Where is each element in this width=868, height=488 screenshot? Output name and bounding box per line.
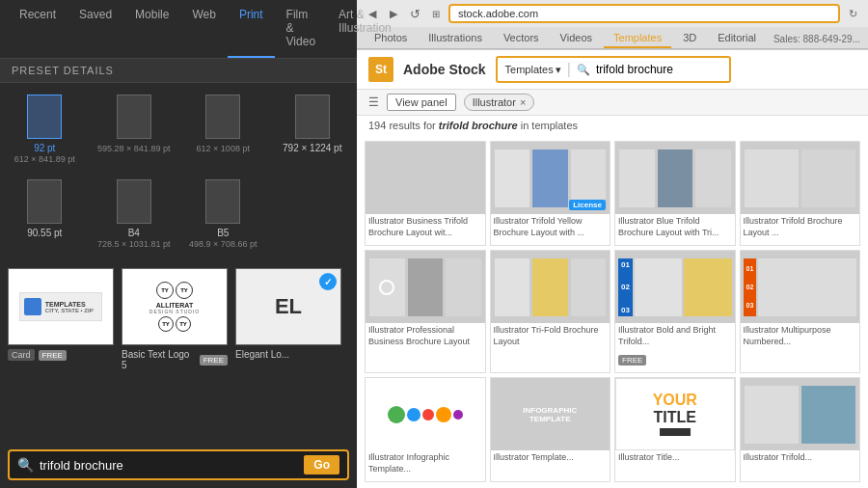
template-thumb-card[interactable]: TEMPLATES CITY, STATE • ZIP Card FREE — [8, 268, 114, 438]
results-text: results for — [389, 120, 438, 131]
nav-reload-button[interactable]: ↺ — [407, 6, 422, 21]
nav-refresh-icon[interactable]: ↻ — [845, 6, 860, 21]
go-button[interactable]: Go — [304, 455, 339, 474]
size-box-4 — [295, 95, 330, 139]
grid-item-8[interactable]: 010203 Illustrator Multipurpose Numbered… — [740, 250, 861, 373]
stock-title: Adobe Stock — [403, 62, 486, 77]
search-dropdown-label: Templates — [505, 64, 554, 75]
grid-item-3-img — [615, 142, 735, 214]
size-box-3 — [205, 95, 240, 139]
left-panel: Recent Saved Mobile Web Print Film & Vid… — [0, 0, 357, 488]
browser-tab-illustrations[interactable]: Illustrations — [419, 29, 492, 48]
tab-filmvideo[interactable]: Film & Video — [275, 0, 327, 58]
grid-item-10[interactable]: INFOGRAPHICTEMPLATE Illustrator Template… — [490, 377, 611, 482]
size-item-b5[interactable]: B5 498.9 × 708.66 pt — [178, 172, 268, 257]
grid-item-4-img — [741, 142, 860, 214]
sales-text: Sales: 888-649-29... — [773, 34, 860, 44]
browser-nav: ◀ ▶ ↺ ⊞ stock.adobe.com ↻ — [357, 0, 868, 27]
size-box-2 — [117, 95, 151, 139]
template-free-basic: FREE — [200, 355, 228, 366]
grid-item-1[interactable]: Illustrator Business Trifold Brochure La… — [365, 141, 486, 246]
view-panel-button[interactable]: View panel — [387, 94, 456, 111]
address-bar-text: stock.adobe.com — [458, 8, 538, 19]
template-thumb-basic-text-logo[interactable]: TY TY ALLITERAT DESIGN STUDIO TY TY Basi… — [122, 268, 228, 438]
grid-item-3[interactable]: Illustrator Blue Trifold Brochure Layout… — [614, 141, 736, 246]
stock-logo: St — [368, 57, 393, 82]
tab-artillustration[interactable]: Art & Illustration — [327, 0, 403, 58]
dropdown-chevron-icon: ▾ — [556, 64, 561, 76]
grid-item-1-caption: Illustrator Business Trifold Brochure La… — [366, 214, 485, 240]
size-grid: 92 pt 612 × 841.89 pt 595.28 × 841.89 pt… — [0, 83, 357, 260]
size-box-b5 — [205, 179, 240, 224]
size-label-5: 90.55 pt — [27, 228, 62, 238]
size-item-4[interactable]: 792 × 1224 pt — [268, 87, 358, 172]
stock-search-bar: Templates ▾ | 🔍 — [496, 56, 731, 83]
grid-item-9[interactable]: Illustrator Infographic Template... — [365, 377, 486, 482]
grid-item-2-caption: Illustrator Trifold Yellow Brochure Layo… — [491, 214, 610, 240]
illustrator-filter-chip[interactable]: Illustrator × — [464, 94, 535, 111]
template-label-row-basic: Basic Text Logo 5 FREE — [122, 349, 228, 370]
grid-item-5-caption: Illustrator Professional Business Brochu… — [366, 323, 485, 349]
grid-item-9-img — [366, 378, 485, 450]
grid-item-10-caption: Illustrator Template... — [491, 450, 610, 466]
template-label-row-card: Card FREE — [8, 349, 114, 361]
tab-web[interactable]: Web — [180, 0, 227, 58]
grid-item-7-img: 01 02 03 — [615, 251, 735, 323]
grid-item-11-img: YOUR TITLE — [615, 378, 735, 450]
tab-saved[interactable]: Saved — [68, 0, 123, 58]
browser-tab-videos[interactable]: Videos — [551, 29, 602, 48]
search-bar: 🔍 Go — [8, 449, 349, 480]
size-item-3[interactable]: 612 × 1008 pt — [178, 87, 268, 172]
illustrator-chip-label: Illustrator — [473, 96, 516, 108]
grid-item-7-caption: Illustrator Bold and Bright Trifold... — [615, 323, 735, 349]
nav-home-button[interactable]: ⊞ — [428, 6, 444, 21]
grid-item-5[interactable]: Illustrator Professional Business Brochu… — [365, 250, 486, 373]
tab-mobile[interactable]: Mobile — [123, 0, 180, 58]
size-item-b4[interactable]: B4 728.5 × 1031.81 pt — [90, 172, 179, 257]
grid-item-2[interactable]: License Illustrator Trifold Yellow Broch… — [490, 141, 611, 246]
browser-tab-3d[interactable]: 3D — [673, 29, 706, 48]
stock-search-input[interactable] — [596, 63, 721, 76]
size-item-1[interactable]: 92 pt 612 × 841.89 pt — [0, 87, 90, 172]
grid-item-7[interactable]: 01 02 03 Illustrator Bold and Bright Tri… — [614, 250, 736, 373]
grid-item-12[interactable]: Illustrator Trifold... — [740, 377, 861, 482]
template-badge-card: Card — [8, 349, 35, 361]
illustrator-chip-close[interactable]: × — [520, 96, 526, 108]
grid-item-11[interactable]: YOUR TITLE Illustrator Title... — [614, 377, 736, 482]
grid-item-9-caption: Illustrator Infographic Template... — [366, 450, 485, 476]
browser-chrome: ◀ ▶ ↺ ⊞ stock.adobe.com ↻ Photos Illustr… — [357, 0, 868, 50]
grid-item-1-img — [366, 142, 485, 214]
grid-item-4[interactable]: Illustrator Trifold Brochure Layout ... — [740, 141, 861, 246]
template-thumb-elegant-img: EL ✓ — [235, 268, 341, 345]
size-item-2[interactable]: 595.28 × 841.89 pt — [90, 87, 179, 172]
image-grid: Illustrator Business Trifold Brochure La… — [357, 135, 868, 488]
browser-tab-templates[interactable]: Templates — [604, 29, 671, 48]
tab-recent[interactable]: Recent — [8, 0, 68, 58]
preset-details-label: PRESET DETAILS — [0, 59, 357, 83]
grid-item-6[interactable]: Illustrator Tri-Fold Brochure Layout — [490, 250, 611, 373]
template-thumb-card-img: TEMPLATES CITY, STATE • ZIP — [8, 268, 114, 345]
results-context: in templates — [521, 120, 578, 131]
grid-item-5-img — [366, 251, 485, 323]
template-thumb-basic-text-logo-img: TY TY ALLITERAT DESIGN STUDIO TY TY — [122, 268, 228, 345]
left-tabs: Recent Saved Mobile Web Print Film & Vid… — [0, 0, 357, 59]
template-thumb-elegant[interactable]: EL ✓ Elegant Lo... — [235, 268, 341, 438]
grid-item-11-caption: Illustrator Title... — [615, 450, 735, 466]
address-bar[interactable]: stock.adobe.com — [449, 5, 839, 22]
search-divider: | — [567, 61, 571, 78]
size-label-4: 792 × 1224 pt — [283, 143, 341, 153]
size-item-5[interactable]: 90.55 pt — [0, 172, 90, 257]
size-label-b4: B4 — [128, 228, 140, 238]
size-dims-3: 612 × 1008 pt — [197, 144, 250, 153]
template-free-card: FREE — [39, 350, 67, 361]
size-dims-b5: 498.9 × 708.66 pt — [189, 239, 257, 249]
search-dropdown[interactable]: Templates ▾ — [505, 64, 561, 76]
browser-tab-vectors[interactable]: Vectors — [494, 29, 549, 48]
grid-item-8-img: 010203 — [741, 251, 860, 323]
search-input[interactable] — [40, 458, 304, 473]
search-icon: 🔍 — [17, 457, 34, 473]
license-badge: License — [569, 200, 606, 210]
grid-item-12-img — [741, 378, 860, 450]
browser-tab-editorial[interactable]: Editorial — [708, 29, 766, 48]
tab-print[interactable]: Print — [228, 0, 275, 58]
